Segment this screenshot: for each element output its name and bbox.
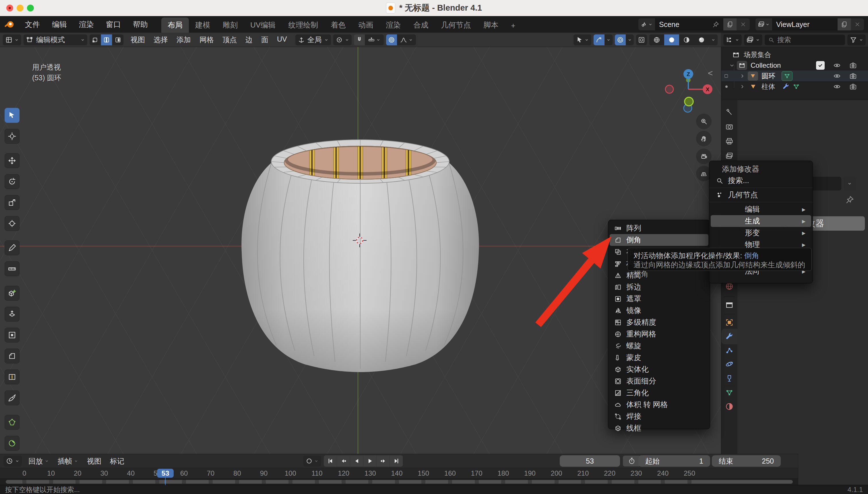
viewport-menu-4[interactable]: 顶点 (218, 35, 241, 44)
torus-meshdata-icon-box[interactable] (781, 71, 793, 81)
pivot-point-dropdown[interactable] (333, 34, 352, 45)
properties-tab-modifiers[interactable] (724, 331, 735, 342)
blender-logo-icon[interactable] (0, 19, 19, 30)
pan-hand-button[interactable] (696, 131, 712, 146)
topbar-menu-2[interactable]: 渲染 (73, 16, 100, 33)
scene-name-field[interactable]: Scene (655, 18, 723, 31)
outliner-search-input[interactable]: 搜索 (765, 35, 845, 45)
show-overlays-toggle[interactable] (615, 34, 626, 45)
playback-end-button[interactable] (390, 455, 403, 467)
submenu-item-6[interactable]: 遮罩 (610, 293, 708, 305)
playback-rev-button[interactable] (350, 455, 363, 467)
submenu-item-1[interactable]: 倒角 (610, 234, 708, 246)
viewlayer-name-field[interactable]: ViewLayer (772, 18, 837, 31)
overlays-chevron[interactable] (626, 34, 634, 45)
timeline-menu-0[interactable]: 回放 (24, 456, 53, 466)
workspace-tab-9[interactable]: 几何节点 (435, 18, 477, 33)
viewlayer-remove-button[interactable] (851, 18, 864, 31)
properties-tab-physics[interactable] (724, 358, 735, 370)
edge-select-mode-button[interactable] (101, 34, 112, 45)
workspace-tab-5[interactable]: 着色 (324, 18, 352, 33)
scene-browse-button[interactable] (639, 18, 655, 31)
tool-move[interactable] (5, 153, 19, 168)
playhead-badge[interactable]: 53 (157, 469, 174, 478)
zoom-button[interactable] (696, 114, 712, 129)
tool-tweak-select[interactable] (5, 108, 19, 123)
hide-eye-icon[interactable] (833, 83, 841, 90)
submenu-item-16[interactable]: 焊接 (610, 411, 708, 422)
render-camera-icon[interactable] (849, 83, 857, 90)
tool-transform[interactable] (5, 216, 19, 231)
scene-copy-button[interactable] (723, 18, 737, 31)
workspace-tab-8[interactable]: 合成 (407, 18, 435, 33)
tool-measure[interactable] (5, 261, 19, 276)
outliner-filter-dropdown[interactable] (847, 34, 866, 45)
tool-loop-cut[interactable] (5, 369, 19, 384)
render-camera-icon[interactable] (849, 62, 857, 69)
modifier-id-dropdown[interactable] (843, 177, 856, 190)
submenu-item-9[interactable]: 重构网格 (610, 328, 708, 340)
proportional-falloff-dropdown[interactable] (397, 34, 416, 45)
submenu-item-14[interactable]: 三角化 (610, 387, 708, 399)
submenu-item-7[interactable]: 镜像 (610, 305, 708, 317)
properties-tab-particles[interactable] (724, 345, 735, 356)
hide-eye-icon[interactable] (833, 72, 841, 80)
playback-play-button[interactable] (363, 455, 376, 467)
viewport-menu-3[interactable]: 网格 (195, 35, 218, 44)
topbar-menu-1[interactable]: 编辑 (46, 16, 73, 33)
viewlayer-browse-button[interactable] (756, 18, 772, 31)
workspace-tab-3[interactable]: UV编辑 (244, 18, 282, 33)
submenu-item-5[interactable]: 拆边 (610, 281, 708, 293)
vertex-select-mode-button[interactable] (90, 34, 100, 45)
workspace-tab-1[interactable]: 建模 (189, 18, 217, 33)
tool-scale[interactable] (5, 195, 19, 210)
properties-tab-render[interactable] (724, 121, 735, 133)
sidebar-collapse-arrow[interactable]: < (708, 68, 713, 78)
viewport-menu-2[interactable]: 添加 (172, 35, 195, 44)
submenu-item-15[interactable]: 体积 转 网格 (610, 399, 708, 411)
tool-spin[interactable] (5, 436, 19, 451)
snap-toggle-magnet-icon[interactable] (354, 34, 365, 45)
frame-end-field[interactable]: 结束250 (712, 455, 781, 467)
properties-tab-material[interactable] (724, 401, 735, 412)
menu-item-search[interactable]: 搜索... (711, 175, 811, 187)
outliner-row-scene-collection[interactable]: 场景集合 (721, 49, 868, 60)
timeline-menu-1[interactable]: 插帧 (53, 456, 83, 466)
properties-tab-object[interactable] (724, 317, 735, 328)
tool-poly-build[interactable] (5, 415, 19, 430)
workspace-tab-2[interactable]: 雕刻 (217, 18, 244, 33)
use-preview-range-stopwatch-button[interactable] (623, 456, 641, 467)
render-camera-icon[interactable] (849, 72, 857, 80)
outliner-display-mode-dropdown[interactable] (723, 34, 742, 45)
shading-dropdown-chevron[interactable] (709, 34, 718, 45)
rendered-shading-button[interactable] (694, 34, 709, 45)
proportional-edit-toggle[interactable] (386, 34, 397, 45)
xray-toggle[interactable] (636, 34, 647, 45)
material-shading-button[interactable] (679, 34, 694, 45)
frame-start-field[interactable]: 起始1 (639, 455, 710, 467)
menu-item-geometry-nodes[interactable]: 几何节点 (711, 189, 811, 201)
properties-tab-collection[interactable] (724, 299, 735, 311)
playback-pkey-button[interactable] (337, 455, 350, 467)
tool-extrude-region[interactable] (5, 307, 19, 322)
playback-nkey-button[interactable] (376, 455, 390, 467)
hide-eye-icon[interactable] (833, 62, 841, 69)
snap-target-dropdown[interactable] (365, 34, 384, 45)
timeline-ruler[interactable]: 0102030405060708090100110120130140150160… (0, 468, 798, 478)
outliner-row-torus[interactable]: 圆环 (721, 71, 868, 81)
workspace-tab-11[interactable]: + (505, 19, 521, 33)
scene-unlink-button[interactable] (737, 18, 750, 31)
mode-dropdown[interactable]: 编辑模式 (23, 34, 87, 45)
submenu-item-12[interactable]: 实体化 (610, 363, 708, 375)
viewport-menu-7[interactable]: UV (273, 35, 291, 44)
auto-keying-button[interactable] (303, 456, 321, 467)
timeline-editor-type-button[interactable] (3, 456, 22, 467)
topbar-menu-3[interactable]: 窗口 (100, 16, 127, 33)
submenu-item-11[interactable]: 蒙皮 (610, 352, 708, 363)
viewlayer-copy-button[interactable] (837, 18, 851, 31)
submenu-item-13[interactable]: 表面细分 (610, 375, 708, 387)
properties-tab-output[interactable] (724, 136, 735, 147)
workspace-tab-7[interactable]: 渲染 (380, 18, 407, 33)
properties-tab-view-layer[interactable] (724, 150, 735, 162)
outliner-row-collection[interactable]: Collection (721, 60, 868, 71)
